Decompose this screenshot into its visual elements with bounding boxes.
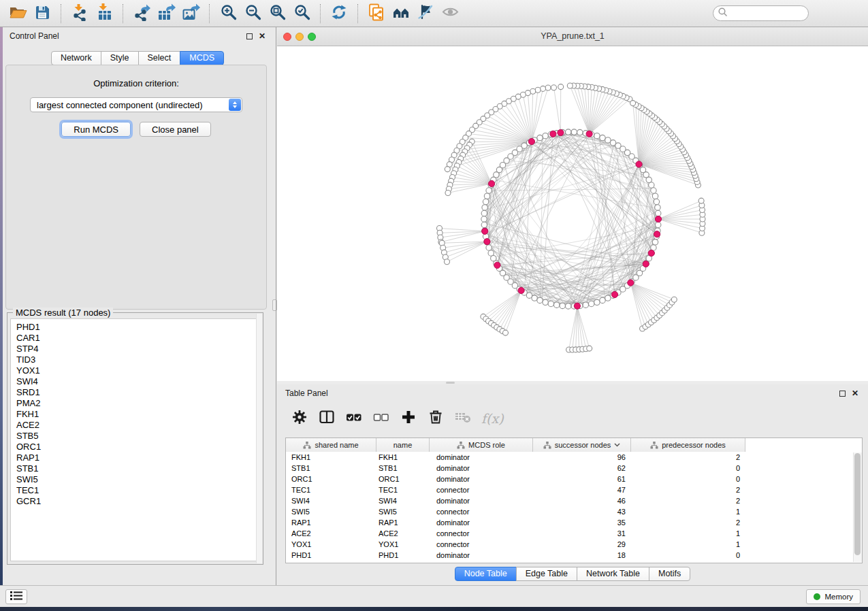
- mcds-result-item[interactable]: PHD1: [16, 322, 259, 333]
- graph-node[interactable]: [558, 84, 564, 90]
- table-row[interactable]: STB1STB1dominator620: [286, 463, 862, 474]
- mcds-result-item[interactable]: SWI4: [16, 376, 259, 387]
- column-header-predecessor-nodes[interactable]: predecessor nodes: [631, 438, 745, 452]
- select-all-button[interactable]: [345, 410, 363, 427]
- graph-node[interactable]: [486, 188, 492, 193]
- graph-mcds-node[interactable]: [586, 131, 592, 137]
- export-network-button[interactable]: [129, 3, 154, 24]
- graph-node[interactable]: [566, 303, 571, 309]
- table-cell[interactable]: 1: [631, 528, 745, 539]
- import-table-button[interactable]: [92, 3, 116, 24]
- graph-node[interactable]: [554, 302, 560, 308]
- graph-mcds-node[interactable]: [550, 131, 556, 137]
- network-from-file-button[interactable]: [364, 3, 389, 24]
- search-input[interactable]: [728, 8, 803, 19]
- table-scrollbar-thumb[interactable]: [854, 453, 861, 555]
- table-row[interactable]: TEC1TEC1connector472: [286, 484, 862, 495]
- tab-select[interactable]: Select: [138, 51, 181, 65]
- table-cell[interactable]: 35: [533, 517, 631, 528]
- table-row[interactable]: SWI5SWI5connector431: [286, 506, 862, 517]
- toolbar-search[interactable]: [713, 5, 809, 21]
- table-cell[interactable]: 0: [631, 463, 745, 474]
- graph-node[interactable]: [594, 133, 600, 139]
- table-cell[interactable]: FKH1: [376, 452, 430, 463]
- table-row[interactable]: PHD1PHD1dominator180: [286, 550, 862, 561]
- mcds-result-list[interactable]: PHD1CAR1STP4TID3YOX1SWI4SRD1PMA2FKH1ACE2…: [10, 318, 260, 561]
- table-cell[interactable]: dominator: [430, 474, 533, 484]
- table-settings-button[interactable]: [291, 410, 308, 427]
- table-cell[interactable]: dominator: [430, 495, 533, 506]
- graph-mcds-node[interactable]: [494, 262, 500, 268]
- graph-mcds-node[interactable]: [518, 287, 524, 293]
- table-cell[interactable]: SWI5: [286, 506, 376, 517]
- graph-node[interactable]: [535, 87, 541, 93]
- table-cell[interactable]: 96: [533, 452, 631, 463]
- graph-node[interactable]: [587, 346, 592, 351]
- list-scrollbar[interactable]: [256, 314, 262, 563]
- table-cell[interactable]: 2: [631, 452, 745, 463]
- graph-node[interactable]: [543, 133, 548, 139]
- graph-node[interactable]: [483, 199, 488, 204]
- graph-node[interactable]: [651, 188, 656, 193]
- float-panel-icon[interactable]: [246, 33, 253, 39]
- zoom-selected-button[interactable]: [289, 3, 314, 24]
- first-neighbors-button[interactable]: [389, 3, 413, 24]
- graph-node[interactable]: [600, 297, 605, 303]
- mcds-result-item[interactable]: GCR1: [16, 496, 259, 507]
- table-cell[interactable]: PHD1: [286, 550, 376, 561]
- table-cell[interactable]: dominator: [430, 517, 533, 528]
- table-cell[interactable]: SWI4: [376, 495, 430, 506]
- graph-mcds-node[interactable]: [482, 228, 488, 234]
- graph-node[interactable]: [481, 210, 487, 216]
- graph-node[interactable]: [545, 85, 551, 90]
- column-header-name[interactable]: name: [376, 438, 430, 452]
- tab-network-table[interactable]: Network Table: [577, 567, 649, 581]
- zoom-out-button[interactable]: [240, 3, 265, 24]
- graph-node[interactable]: [577, 129, 583, 135]
- graph-node[interactable]: [503, 330, 509, 335]
- table-cell[interactable]: 61: [533, 474, 631, 484]
- graph-mcds-node[interactable]: [636, 161, 642, 167]
- table-row[interactable]: YOX1YOX1connector291: [286, 539, 862, 550]
- graph-node[interactable]: [594, 299, 600, 305]
- graph-node[interactable]: [605, 137, 611, 143]
- table-row[interactable]: ORC1ORC1dominator610: [286, 474, 862, 484]
- mcds-result-item[interactable]: STB5: [16, 431, 259, 442]
- memory-button[interactable]: Memory: [806, 589, 861, 604]
- network-view-canvas[interactable]: [277, 46, 868, 381]
- tab-network[interactable]: Network: [51, 51, 101, 65]
- graph-node[interactable]: [543, 299, 548, 305]
- splitter-handle[interactable]: [446, 382, 455, 384]
- graph-node[interactable]: [445, 259, 450, 265]
- graph-node[interactable]: [655, 205, 660, 210]
- table-cell[interactable]: connector: [430, 528, 533, 539]
- graph-node[interactable]: [652, 193, 658, 199]
- tab-node-table[interactable]: Node Table: [455, 567, 517, 581]
- graph-node[interactable]: [548, 301, 553, 306]
- graph-node[interactable]: [654, 199, 659, 204]
- graph-node[interactable]: [551, 85, 557, 90]
- graph-node[interactable]: [560, 303, 565, 308]
- graph-mcds-node[interactable]: [528, 138, 534, 144]
- table-cell[interactable]: 2: [631, 484, 745, 495]
- table-cell[interactable]: TEC1: [376, 484, 430, 495]
- mcds-result-item[interactable]: STP4: [16, 344, 259, 354]
- zoom-in-button[interactable]: [216, 3, 240, 24]
- graph-node[interactable]: [589, 301, 594, 306]
- table-cell[interactable]: YOX1: [376, 539, 430, 550]
- table-cell[interactable]: connector: [430, 506, 533, 517]
- table-cell[interactable]: 1: [631, 539, 745, 550]
- graph-node[interactable]: [532, 295, 537, 301]
- refresh-button[interactable]: [327, 3, 351, 24]
- table-cell[interactable]: 47: [533, 484, 631, 495]
- graph-node[interactable]: [481, 216, 487, 222]
- mcds-result-item[interactable]: SRD1: [16, 387, 259, 398]
- network-window-titlebar[interactable]: YPA_prune.txt_1: [277, 27, 868, 46]
- table-row[interactable]: ACE2ACE2connector311: [286, 528, 862, 539]
- export-table-button[interactable]: [154, 3, 178, 24]
- table-cell[interactable]: 2: [631, 517, 745, 528]
- graph-mcds-node[interactable]: [558, 129, 564, 135]
- run-mcds-button[interactable]: Run MCDS: [61, 122, 131, 137]
- table-cell[interactable]: ACE2: [286, 528, 376, 539]
- table-cell[interactable]: 29: [533, 539, 631, 550]
